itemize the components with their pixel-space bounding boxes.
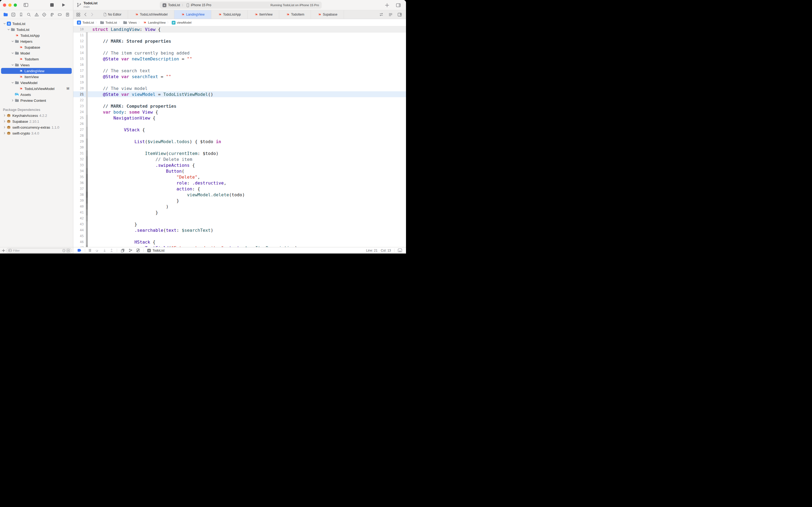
code-line[interactable]: 32// Delete item <box>73 156 406 162</box>
code-line[interactable]: 30 <box>73 145 406 150</box>
package-item-swift-concurrency-extras[interactable]: swift-concurrency-extras1.1.0 <box>0 124 73 130</box>
code-line[interactable]: 28 <box>73 133 406 138</box>
code-line[interactable]: 31ItemView(currentItem: $todo) <box>73 150 406 156</box>
memory-graph-icon[interactable] <box>128 248 133 252</box>
code-line[interactable]: 19 <box>73 79 406 86</box>
toggle-debug-console-icon[interactable] <box>398 248 402 252</box>
fold-ribbon[interactable] <box>86 32 88 38</box>
code-line[interactable]: 47TextField("Enter a to-do item", text: … <box>73 245 406 247</box>
fold-ribbon[interactable] <box>86 198 88 204</box>
sidebar-item-todolist[interactable]: TodoList <box>0 26 73 33</box>
chevron-right-icon[interactable] <box>11 99 14 102</box>
code-line[interactable]: 42 <box>73 215 406 221</box>
code-line[interactable]: 18@State var searchText = "" <box>73 73 406 79</box>
debug-navigator-icon[interactable] <box>49 11 55 18</box>
breakpoints-navigator-icon[interactable] <box>56 11 63 18</box>
chevron-right-icon[interactable] <box>3 114 6 117</box>
fold-ribbon[interactable] <box>86 174 88 180</box>
code-line[interactable]: 40) <box>73 204 406 210</box>
fold-ribbon[interactable] <box>86 121 88 127</box>
fold-ribbon[interactable] <box>86 133 88 138</box>
fold-ribbon[interactable] <box>86 62 88 68</box>
code-line[interactable]: 43} <box>73 221 406 227</box>
step-out-icon[interactable] <box>110 249 113 252</box>
chevron-down-icon[interactable] <box>11 52 14 55</box>
fold-ribbon[interactable] <box>86 73 88 79</box>
tab-todoitem[interactable]: TodoItem <box>279 10 311 19</box>
bookmarks-navigator-icon[interactable] <box>18 11 24 18</box>
fold-ribbon[interactable] <box>86 26 88 32</box>
sidebar-item-todolistapp[interactable]: TodoListApp <box>0 33 73 39</box>
code-line[interactable]: 25NavigationView { <box>73 115 406 121</box>
sidebar-item-views[interactable]: Views <box>0 62 73 68</box>
tests-navigator-icon[interactable] <box>41 11 48 18</box>
find-navigator-icon[interactable] <box>25 11 32 18</box>
run-destination[interactable]: iPhone 15 Pro <box>191 3 211 7</box>
chevron-right-icon[interactable] <box>3 126 6 129</box>
swap-editor-icon[interactable] <box>378 11 385 18</box>
fold-ribbon[interactable] <box>86 150 88 156</box>
package-item-supabase[interactable]: Supabase2.10.1 <box>0 118 73 124</box>
stop-button[interactable] <box>48 2 55 8</box>
scheme-name[interactable]: TodoList <box>168 3 180 7</box>
pause-execution-icon[interactable] <box>89 249 91 252</box>
fold-ribbon[interactable] <box>86 86 88 91</box>
related-items-grid-icon[interactable] <box>75 11 81 18</box>
package-item-keychainaccess[interactable]: KeychainAccess4.2.2 <box>0 113 73 118</box>
code-line[interactable]: 23// MARK: Computed properties <box>73 103 406 109</box>
breadcrumb-item-landingview[interactable]: LandingView <box>142 21 166 25</box>
sidebar-item-todolistviewmodel[interactable]: TodoListViewModelM <box>0 86 73 92</box>
breadcrumb-item-views[interactable]: Views <box>123 21 137 24</box>
breakpoints-toggle-icon[interactable] <box>77 249 81 252</box>
tab-no-editor[interactable]: No Editor <box>97 10 128 19</box>
fold-ribbon[interactable] <box>86 79 88 86</box>
sidebar-item-itemview[interactable]: ItemView <box>0 74 73 80</box>
source-control-navigator-icon[interactable] <box>10 11 17 18</box>
fold-ribbon[interactable] <box>86 50 88 56</box>
code-line[interactable]: 13 <box>73 44 406 50</box>
tab-landingview[interactable]: LandingView <box>174 10 211 19</box>
fold-ribbon[interactable] <box>86 127 88 133</box>
scheme-destination-picker[interactable]: A TodoList 〉 iPhone 15 Pro Running TodoL… <box>160 2 322 9</box>
tab-supabase[interactable]: Supabase <box>311 10 344 19</box>
fold-ribbon[interactable] <box>86 44 88 50</box>
go-forward-icon[interactable] <box>89 11 95 18</box>
filter-input[interactable] <box>13 249 61 252</box>
chevron-down-icon[interactable] <box>11 64 14 66</box>
code-line[interactable]: 45 <box>73 233 406 239</box>
fold-ribbon[interactable] <box>86 103 88 109</box>
code-line[interactable]: 33.swipeActions { <box>73 162 406 168</box>
breadcrumb-item-viewmodel[interactable]: PviewModel <box>172 21 191 25</box>
code-line[interactable]: 12// MARK: Stored properties <box>73 38 406 44</box>
fold-ribbon[interactable] <box>86 91 88 97</box>
fold-ribbon[interactable] <box>86 162 88 168</box>
fold-ribbon[interactable] <box>86 109 88 115</box>
code-line[interactable]: 44.searchable(text: $searchText) <box>73 227 406 233</box>
fold-ribbon[interactable] <box>86 145 88 150</box>
fold-ribbon[interactable] <box>86 68 88 73</box>
code-line[interactable]: 16 <box>73 62 406 68</box>
run-button[interactable] <box>60 2 67 8</box>
package-item-swift-crypto[interactable]: swift-crypto3.4.0 <box>0 130 73 136</box>
sidebar-item-preview-content[interactable]: Preview Content <box>0 98 73 103</box>
sidebar-item-helpers[interactable]: Helpers <box>0 39 73 44</box>
code-line[interactable]: 29List($viewModel.todos) { $todo in <box>73 138 406 145</box>
filter-field[interactable] <box>7 248 71 253</box>
tab-todolistapp[interactable]: TodoListApp <box>211 10 247 19</box>
breadcrumb-item-todolist[interactable]: TodoList <box>100 21 117 24</box>
view-hierarchy-icon[interactable] <box>121 248 125 252</box>
code-line[interactable]: 35"Delete", <box>73 174 406 180</box>
fold-ribbon[interactable] <box>86 168 88 174</box>
code-line[interactable]: 39} <box>73 198 406 204</box>
fold-ribbon[interactable] <box>86 221 88 227</box>
step-into-icon[interactable] <box>103 249 106 252</box>
code-line[interactable]: 46HStack { <box>73 239 406 245</box>
fold-ribbon[interactable] <box>86 186 88 192</box>
code-line[interactable]: 24var body: some View { <box>73 109 406 115</box>
fold-ribbon[interactable] <box>86 227 88 233</box>
editor-options-icon[interactable] <box>387 11 394 18</box>
code-line[interactable]: 11 <box>73 32 406 38</box>
fold-ribbon[interactable] <box>86 138 88 145</box>
code-line[interactable]: 14// The item currently being added <box>73 50 406 56</box>
fold-ribbon[interactable] <box>86 233 88 239</box>
